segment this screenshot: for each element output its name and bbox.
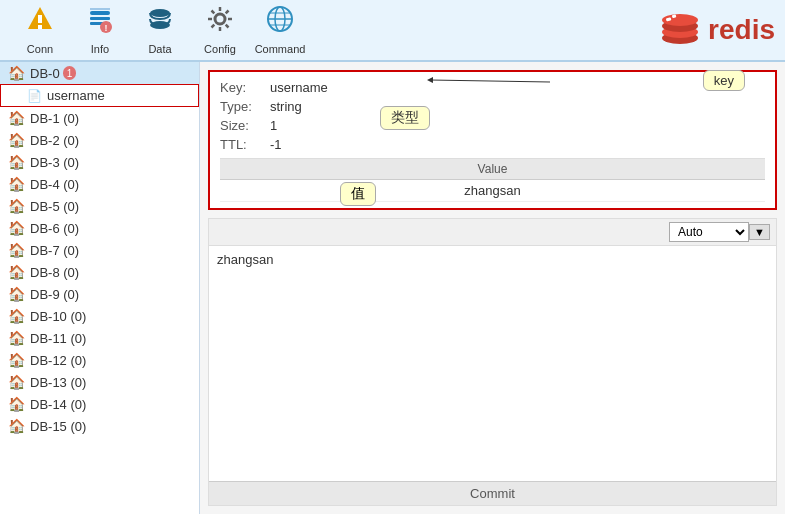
sidebar: 🏠 DB-0 1 📄 username 🏠 DB-1 (0) 🏠 DB-2 (0…	[0, 62, 200, 514]
dropdown-arrow-icon[interactable]: ▼	[749, 224, 770, 240]
svg-point-10	[150, 21, 170, 29]
redis-text: redis	[708, 14, 775, 46]
command-button[interactable]: Command	[250, 3, 310, 57]
info-button[interactable]: ! Info	[70, 3, 130, 57]
format-select[interactable]: Auto Text JSON Hex	[669, 222, 749, 242]
svg-point-9	[150, 9, 170, 17]
redis-icon	[660, 10, 700, 50]
command-label: Command	[255, 43, 306, 55]
sidebar-item-db7[interactable]: 🏠 DB-7 (0)	[0, 239, 199, 261]
db7-label: DB-7 (0)	[30, 243, 79, 258]
value-header: Value	[220, 159, 765, 180]
sidebar-item-db5[interactable]: 🏠 DB-5 (0)	[0, 195, 199, 217]
bottom-value-text: zhangsan	[217, 252, 273, 267]
bottom-toolbar: Auto Text JSON Hex ▼	[209, 219, 776, 246]
db0-badge: 1	[63, 66, 77, 80]
db15-label: DB-15 (0)	[30, 419, 86, 434]
sidebar-item-db15[interactable]: 🏠 DB-15 (0)	[0, 415, 199, 437]
file-icon: 📄	[27, 89, 42, 103]
conn-label: Conn	[27, 43, 53, 55]
svg-rect-6	[90, 8, 110, 10]
toolbar: Conn ! Info Data	[0, 0, 785, 62]
svg-rect-3	[90, 11, 110, 15]
db8-label: DB-8 (0)	[30, 265, 79, 280]
command-icon	[266, 5, 294, 40]
db12-icon: 🏠	[8, 352, 25, 368]
config-button[interactable]: Config	[190, 3, 250, 57]
sidebar-item-db12[interactable]: 🏠 DB-12 (0)	[0, 349, 199, 371]
ttl-value: -1	[270, 137, 282, 152]
value-annotation-bubble: 值	[340, 182, 376, 206]
sidebar-item-db8[interactable]: 🏠 DB-8 (0)	[0, 261, 199, 283]
conn-button[interactable]: Conn	[10, 3, 70, 57]
db14-icon: 🏠	[8, 396, 25, 412]
type-label: Type:	[220, 99, 270, 114]
commit-label: Commit	[470, 486, 515, 501]
sidebar-item-db11[interactable]: 🏠 DB-11 (0)	[0, 327, 199, 349]
conn-icon	[26, 5, 54, 40]
sidebar-item-db4[interactable]: 🏠 DB-4 (0)	[0, 173, 199, 195]
bottom-value-area[interactable]: zhangsan	[209, 246, 776, 481]
sidebar-child-username[interactable]: 📄 username	[0, 84, 199, 107]
db2-label: DB-2 (0)	[30, 133, 79, 148]
db5-label: DB-5 (0)	[30, 199, 79, 214]
main-area: 🏠 DB-0 1 📄 username 🏠 DB-1 (0) 🏠 DB-2 (0…	[0, 62, 785, 514]
db0-label: DB-0	[30, 66, 60, 81]
type-annotation-text: 类型	[391, 109, 419, 125]
sidebar-item-db2[interactable]: 🏠 DB-2 (0)	[0, 129, 199, 151]
db1-label: DB-1 (0)	[30, 111, 79, 126]
db4-icon: 🏠	[8, 176, 25, 192]
db1-icon: 🏠	[8, 110, 25, 126]
db10-icon: 🏠	[8, 308, 25, 324]
svg-line-19	[212, 25, 215, 28]
content-area: Key: username Type: string Size: 1 TTL: …	[200, 62, 785, 514]
svg-text:!: !	[105, 23, 108, 33]
key-annotation-text: key	[714, 73, 734, 88]
config-icon	[206, 5, 234, 40]
db14-label: DB-14 (0)	[30, 397, 86, 412]
db9-icon: 🏠	[8, 286, 25, 302]
data-label: Data	[148, 43, 171, 55]
db4-label: DB-4 (0)	[30, 177, 79, 192]
svg-rect-4	[90, 17, 110, 20]
sidebar-item-db10[interactable]: 🏠 DB-10 (0)	[0, 305, 199, 327]
config-label: Config	[204, 43, 236, 55]
value-table: Value zhangsan	[220, 158, 765, 202]
db0-icon: 🏠	[8, 65, 25, 81]
db13-label: DB-13 (0)	[30, 375, 86, 390]
db8-icon: 🏠	[8, 264, 25, 280]
type-row: Type: string	[220, 97, 765, 116]
db13-icon: 🏠	[8, 374, 25, 390]
db6-icon: 🏠	[8, 220, 25, 236]
value-cell: zhangsan	[220, 180, 765, 202]
sidebar-item-db13[interactable]: 🏠 DB-13 (0)	[0, 371, 199, 393]
key-value: username	[270, 80, 328, 95]
svg-rect-2	[38, 25, 42, 29]
db7-icon: 🏠	[8, 242, 25, 258]
db3-icon: 🏠	[8, 154, 25, 170]
size-label: Size:	[220, 118, 270, 133]
commit-button[interactable]: Commit	[209, 481, 776, 505]
size-value: 1	[270, 118, 277, 133]
ttl-row: TTL: -1	[220, 135, 765, 154]
sidebar-item-db9[interactable]: 🏠 DB-9 (0)	[0, 283, 199, 305]
svg-line-16	[212, 11, 215, 14]
sidebar-item-db0[interactable]: 🏠 DB-0 1	[0, 62, 199, 84]
key-row: Key: username	[220, 78, 765, 97]
type-value: string	[270, 99, 302, 114]
sidebar-item-db6[interactable]: 🏠 DB-6 (0)	[0, 217, 199, 239]
svg-rect-1	[38, 15, 42, 23]
data-button[interactable]: Data	[130, 3, 190, 57]
db2-icon: 🏠	[8, 132, 25, 148]
db9-label: DB-9 (0)	[30, 287, 79, 302]
db15-icon: 🏠	[8, 418, 25, 434]
ttl-label: TTL:	[220, 137, 270, 152]
size-row: Size: 1	[220, 116, 765, 135]
sidebar-item-db1[interactable]: 🏠 DB-1 (0)	[0, 107, 199, 129]
sidebar-item-db3[interactable]: 🏠 DB-3 (0)	[0, 151, 199, 173]
info-label: Info	[91, 43, 109, 55]
data-icon	[146, 5, 174, 40]
db11-label: DB-11 (0)	[30, 331, 86, 346]
db11-icon: 🏠	[8, 330, 25, 346]
sidebar-item-db14[interactable]: 🏠 DB-14 (0)	[0, 393, 199, 415]
